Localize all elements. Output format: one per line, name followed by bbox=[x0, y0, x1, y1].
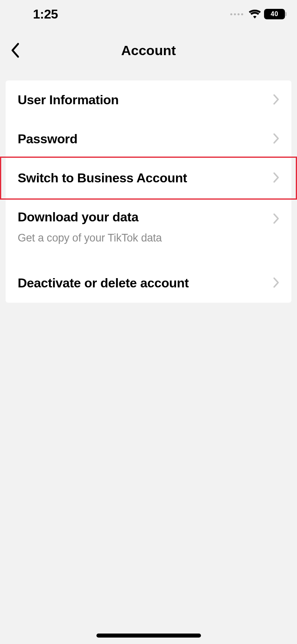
signal-dots-icon bbox=[230, 13, 243, 15]
page-title: Account bbox=[121, 43, 176, 58]
home-indicator[interactable] bbox=[96, 634, 201, 638]
back-button[interactable] bbox=[10, 40, 30, 60]
list-item-user-information[interactable]: User Information bbox=[6, 80, 291, 120]
wifi-icon bbox=[249, 10, 261, 19]
chevron-right-icon bbox=[273, 172, 279, 185]
list-item-download-data[interactable]: Download your data Get a copy of your Ti… bbox=[6, 198, 291, 249]
list-item-deactivate-delete[interactable]: Deactivate or delete account bbox=[6, 264, 291, 303]
status-indicators: 40 bbox=[230, 9, 285, 19]
battery-level: 40 bbox=[271, 10, 279, 18]
list-item-label: User Information bbox=[18, 93, 119, 107]
list-item-label: Deactivate or delete account bbox=[18, 276, 189, 291]
chevron-right-icon bbox=[273, 94, 279, 107]
chevron-right-icon bbox=[273, 133, 279, 146]
nav-header: Account bbox=[0, 28, 297, 72]
list-item-subtitle: Get a copy of your TikTok data bbox=[18, 232, 273, 244]
battery-icon: 40 bbox=[264, 9, 285, 19]
list-item-label: Switch to Business Account bbox=[18, 171, 187, 186]
chevron-right-icon bbox=[273, 277, 279, 290]
list-item-label: Download your data bbox=[18, 210, 273, 225]
status-time: 1:25 bbox=[33, 7, 58, 22]
list-item-password[interactable]: Password bbox=[6, 120, 291, 159]
list-item-label: Password bbox=[18, 132, 78, 147]
chevron-left-icon bbox=[10, 42, 20, 58]
settings-list: User Information Password Switch to Busi… bbox=[6, 80, 291, 303]
list-item-switch-business-account[interactable]: Switch to Business Account bbox=[6, 159, 291, 198]
status-bar: 1:25 40 bbox=[0, 0, 297, 28]
chevron-right-icon bbox=[273, 213, 279, 226]
list-item-text: Download your data Get a copy of your Ti… bbox=[18, 210, 273, 244]
